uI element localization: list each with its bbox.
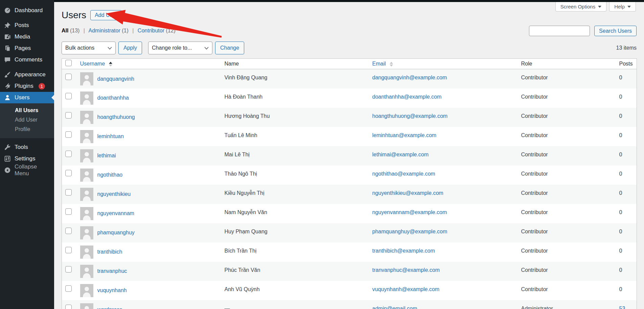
email-link[interactable]: tranthibich@example.com <box>372 248 435 254</box>
screen-options-button[interactable]: Screen Options <box>555 2 606 11</box>
submenu-item-all-users[interactable]: All Users <box>0 106 54 115</box>
search-users-button[interactable]: Search Users <box>594 26 637 36</box>
sidebar-item-users[interactable]: Users <box>0 92 54 103</box>
dashboard-icon <box>4 7 11 14</box>
bulk-actions-select[interactable]: Bulk actions <box>62 42 116 54</box>
help-button[interactable]: Help <box>609 2 636 11</box>
posts-count[interactable]: 53 <box>616 300 637 309</box>
chevron-down-icon <box>627 6 631 8</box>
change-role-select[interactable]: Change role to... <box>148 42 212 54</box>
row-checkbox[interactable] <box>65 266 72 273</box>
pages-icon <box>4 45 11 52</box>
filter-all-link[interactable]: All <box>62 28 68 33</box>
username-link[interactable]: tranvanphuc <box>97 268 127 274</box>
row-checkbox[interactable] <box>65 93 72 99</box>
select-all-checkbox[interactable] <box>65 60 72 66</box>
sidebar-item-label: Posts <box>15 22 29 29</box>
email-link[interactable]: admin@email.com <box>372 306 417 309</box>
filter-administrator-link[interactable]: Administrator <box>89 28 120 33</box>
row-checkbox[interactable] <box>65 131 72 138</box>
row-checkbox[interactable] <box>65 305 72 309</box>
row-checkbox[interactable] <box>65 112 72 119</box>
user-role: Contributor <box>518 127 616 146</box>
username-link[interactable]: tranthibich <box>97 249 122 255</box>
row-checkbox[interactable] <box>65 74 72 80</box>
avatar <box>80 265 93 278</box>
table-row: ngothithao Thảo Ngô Thị ngothithao@examp… <box>62 165 637 185</box>
sidebar-item-media[interactable]: Media <box>0 31 54 43</box>
email-link[interactable]: lethimai@example.com <box>372 152 429 157</box>
sidebar-item-label: Collapse Menu <box>15 163 50 177</box>
change-button[interactable]: Change <box>215 42 244 54</box>
username-link[interactable]: lethimai <box>97 153 116 159</box>
sidebar-item-label: Settings <box>15 155 35 162</box>
submenu-item-add-user[interactable]: Add User <box>0 115 54 125</box>
table-row: tranvanphuc Phúc Trần Văn tranvanphuc@ex… <box>62 262 637 281</box>
apply-button[interactable]: Apply <box>118 42 142 54</box>
row-checkbox[interactable] <box>65 247 72 253</box>
email-link[interactable]: phamquanghuy@example.com <box>372 229 447 234</box>
username-link[interactable]: nguyenthikieu <box>97 191 131 197</box>
email-link[interactable]: vuquynhanh@example.com <box>372 286 440 292</box>
name-column-header: Name <box>221 59 369 69</box>
avatar <box>80 111 93 124</box>
username-link[interactable]: wordpress <box>97 307 122 309</box>
sidebar-item-tools[interactable]: Tools <box>0 141 54 153</box>
user-name: Anh Vũ Quỳnh <box>221 281 369 300</box>
sidebar-item-appearance[interactable]: Appearance <box>0 69 54 80</box>
add-user-button[interactable]: Add User <box>90 10 122 20</box>
email-link[interactable]: nguyenvannam@example.com <box>372 209 447 215</box>
filter-contributor-link[interactable]: Contributor <box>138 28 164 33</box>
user-name: Nam Nguyễn Văn <box>221 204 369 223</box>
user-name: Vinh Đặng Quang <box>221 69 369 88</box>
row-checkbox[interactable] <box>65 151 72 157</box>
sidebar-item-comments[interactable]: Comments <box>0 54 54 66</box>
username-link[interactable]: leminhtuan <box>97 133 124 139</box>
sidebar-item-settings[interactable]: Settings <box>0 153 54 164</box>
main-content: Users Add User All (13) | Administrator … <box>54 2 644 309</box>
posts-count: 0 <box>616 127 637 146</box>
username-link[interactable]: phamquanghuy <box>97 230 135 236</box>
username-link[interactable]: ngothithao <box>97 172 123 178</box>
chevron-down-icon <box>108 45 112 51</box>
sidebar-item-label: Users <box>15 94 29 101</box>
username-link[interactable]: dangquangvinh <box>97 76 134 82</box>
username-link[interactable]: hoangthuhuong <box>97 114 135 120</box>
avatar <box>80 169 93 182</box>
email-column-header[interactable]: Email <box>369 59 518 69</box>
user-role: Contributor <box>518 88 616 108</box>
row-checkbox[interactable] <box>65 228 72 234</box>
sidebar-item-label: Appearance <box>15 71 46 78</box>
submenu-item-profile[interactable]: Profile <box>0 125 54 134</box>
sidebar-item-label: Dashboard <box>15 7 43 14</box>
row-checkbox[interactable] <box>65 208 72 215</box>
sidebar-item-plugins[interactable]: Plugins 1 <box>0 80 54 92</box>
table-row: lethimai Mai Lê Thị lethimai@example.com… <box>62 146 637 165</box>
table-row: leminhtuan Tuấn Lê Minh leminhtuan@examp… <box>62 127 637 146</box>
email-link[interactable]: doanthanhha@example.com <box>372 94 442 100</box>
search-users-input[interactable] <box>529 26 590 36</box>
row-checkbox[interactable] <box>65 170 72 176</box>
username-link[interactable]: vuquynhanh <box>97 287 127 293</box>
avatar <box>80 246 93 259</box>
avatar <box>80 303 93 309</box>
sidebar-item-collapse-menu[interactable]: Collapse Menu <box>0 164 54 176</box>
posts-count: 0 <box>616 108 637 127</box>
row-checkbox[interactable] <box>65 189 72 196</box>
username-link[interactable]: nguyenvannam <box>97 210 134 216</box>
email-link[interactable]: ngothithao@example.com <box>372 171 435 177</box>
user-role: Contributor <box>518 262 616 281</box>
username-column-header[interactable]: Username <box>77 59 221 69</box>
views-row: All (13) | Administrator (1) | Contribut… <box>62 26 637 36</box>
sidebar-item-dashboard[interactable]: Dashboard <box>0 5 54 16</box>
email-link[interactable]: leminhtuan@example.com <box>372 132 437 138</box>
row-checkbox[interactable] <box>65 285 72 292</box>
email-link[interactable]: tranvanphuc@example.com <box>372 267 440 273</box>
sidebar-item-posts[interactable]: Posts <box>0 20 54 31</box>
email-link[interactable]: dangquangvinh@example.com <box>372 75 447 80</box>
email-link[interactable]: nguyenthikieu@example.com <box>372 190 443 196</box>
posts-column-header: Posts <box>616 59 637 69</box>
username-link[interactable]: doanthanhha <box>97 95 129 101</box>
email-link[interactable]: hoangthuhuong@example.com <box>372 113 448 119</box>
sidebar-item-pages[interactable]: Pages <box>0 43 54 54</box>
